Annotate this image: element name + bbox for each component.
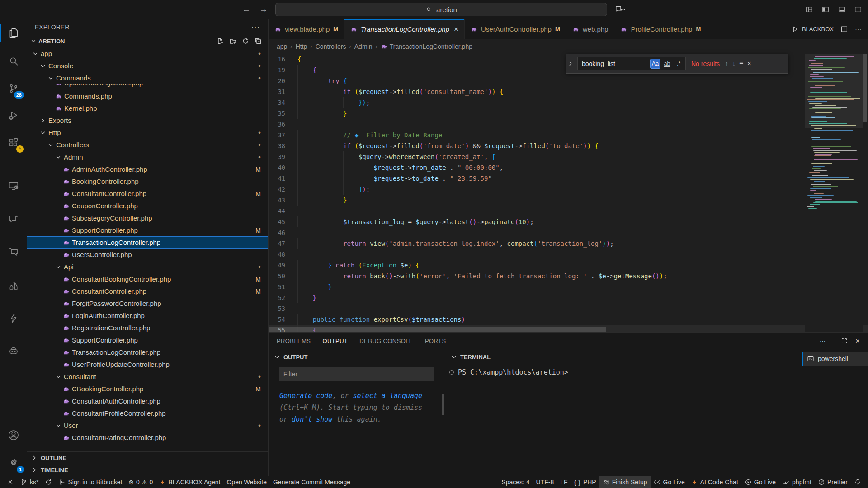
collapse-folders-icon[interactable]: [255, 38, 262, 45]
toggle-secondary-sidebar-icon[interactable]: [854, 5, 863, 14]
chat-dropdown-icon[interactable]: [613, 5, 627, 14]
whole-word-button[interactable]: ab: [662, 59, 672, 69]
back-icon[interactable]: ←: [241, 5, 252, 14]
tree-item-Commands[interactable]: Commands•: [27, 72, 268, 84]
status-ks-[interactable]: ks*: [17, 476, 42, 488]
tab-TransactionLogController.php[interactable]: TransactionLogController.php×: [344, 19, 465, 39]
code-line-37[interactable]: 37// ◆ Filter by Date Range: [269, 130, 868, 141]
new-file-icon[interactable]: [217, 38, 224, 45]
tree-item-ConsultantProfileController.php[interactable]: ConsultantProfileController.php: [27, 407, 268, 419]
match-case-button[interactable]: Aa: [650, 59, 660, 69]
code-line-44[interactable]: 44: [269, 206, 868, 216]
tree-item-Admin[interactable]: Admin•: [27, 151, 268, 163]
close-icon[interactable]: ×: [454, 25, 458, 34]
tree-item-Controllers[interactable]: Controllers•: [27, 139, 268, 151]
status-go-live[interactable]: Go Live: [741, 476, 779, 488]
explorer-more-icon[interactable]: ···: [251, 23, 260, 31]
status-blackbox-agent[interactable]: BLACKBOX Agent: [156, 476, 223, 488]
code-line-39[interactable]: 39$query->whereBetween('created_at', [: [269, 151, 868, 162]
activity-chat-sparkle-2[interactable]: [0, 243, 27, 261]
split-editor-icon[interactable]: [840, 25, 849, 33]
status-ai-code-chat[interactable]: AI Code Chat: [688, 476, 741, 488]
status-remote[interactable]: [4, 476, 17, 488]
editor-more-icon[interactable]: ···: [855, 25, 862, 33]
toggle-panel-icon[interactable]: [837, 5, 846, 14]
status-finish-setup[interactable]: Finish Setup: [599, 476, 651, 488]
tree-item-Kernel.php[interactable]: Kernel.php: [27, 102, 268, 114]
breadcrumb-item[interactable]: Controllers: [316, 43, 346, 50]
find-previous-icon[interactable]: ↑: [725, 60, 729, 67]
output-scrollbar[interactable]: [442, 394, 444, 415]
code-line-46[interactable]: 46: [269, 227, 868, 238]
activity-account[interactable]: [0, 426, 27, 444]
tree-item-LoginAuthController.php[interactable]: LoginAuthController.php: [27, 310, 268, 322]
forward-icon[interactable]: →: [258, 5, 269, 14]
status-lf[interactable]: LF: [557, 476, 571, 488]
tree-item-User[interactable]: User•: [27, 419, 268, 432]
tree-item-CBookingController.php[interactable]: CBookingController.phpM: [27, 383, 268, 395]
tree-item-TransactionLogController.php[interactable]: TransactionLogController.php: [27, 236, 268, 249]
tree-item-ForgitPasswordController.php[interactable]: ForgitPasswordController.php: [27, 297, 268, 310]
code-line-40[interactable]: 40$request->from_date . " 00:00:00",: [269, 162, 868, 173]
activity-chat-sparkle[interactable]: [0, 210, 27, 228]
command-center-search[interactable]: aretion: [275, 3, 607, 16]
project-section-header[interactable]: ARETION: [27, 35, 268, 47]
ghost-link[interactable]: don't show: [292, 415, 332, 423]
status-sync[interactable]: [42, 476, 55, 488]
activity-remote-explorer[interactable]: [0, 177, 27, 195]
chevron-down-icon[interactable]: [274, 354, 280, 360]
tree-item-SupportController.php[interactable]: SupportController.phpM: [27, 224, 268, 236]
terminal-tab-powershell[interactable]: powershell: [802, 352, 868, 366]
output-filter-input[interactable]: Filter: [279, 367, 434, 381]
tree-item-BookingController.php[interactable]: BookingController.php: [27, 175, 268, 188]
code-line-51[interactable]: 51}: [269, 282, 868, 292]
tree-item-SupportController.php[interactable]: SupportController.php: [27, 334, 268, 346]
tree-item-SubcategoryController.php[interactable]: SubcategoryController.php: [27, 212, 268, 224]
panel-tab-output[interactable]: OUTPUT: [322, 333, 348, 349]
breadcrumb-item[interactable]: TransactionLogController.php: [381, 43, 472, 50]
status-generate-commit-message[interactable]: Generate Commit Message: [270, 476, 354, 488]
tree-item-Commands.php[interactable]: Commands.php: [27, 90, 268, 102]
find-next-icon[interactable]: ↓: [732, 60, 736, 67]
code-line-41[interactable]: 41$request->to_date . " 23:59:59": [269, 173, 868, 184]
tab-view.blade.php[interactable]: view.blade.phpM: [269, 19, 344, 39]
ghost-link[interactable]: Generate code: [279, 392, 332, 400]
new-folder-icon[interactable]: [229, 38, 236, 45]
toggle-sidebar-icon[interactable]: [821, 5, 830, 14]
status-open-website[interactable]: Open Website: [223, 476, 269, 488]
tree-item-Consultant[interactable]: Consultant•: [27, 371, 268, 383]
code-line-42[interactable]: 42]);: [269, 184, 868, 195]
tree-item-app[interactable]: app•: [27, 47, 268, 60]
tree-item-ConsultantAuthController.php[interactable]: ConsultantAuthController.php: [27, 395, 268, 407]
tree-item-Api[interactable]: Api•: [27, 261, 268, 273]
code-line-34[interactable]: 34});: [269, 97, 868, 108]
tree-item-ConsultantController.php[interactable]: ConsultantController.phpM: [27, 188, 268, 200]
panel-tab-debug-console[interactable]: DEBUG CONSOLE: [359, 333, 413, 349]
code-line-36[interactable]: 36: [269, 119, 868, 130]
tree-item-TransactionLogController.php[interactable]: TransactionLogController.php: [27, 346, 268, 358]
code-line-47[interactable]: 47return view('admin.transaction-log.ind…: [269, 238, 868, 249]
code-line-20[interactable]: 20try {: [269, 75, 868, 86]
tab-web.php[interactable]: web.php: [566, 19, 615, 39]
tree-item-UserProfileUpdateController.php[interactable]: UserProfileUpdateController.php: [27, 358, 268, 371]
code-line-53[interactable]: 53: [269, 303, 868, 314]
code-line-43[interactable]: 43}: [269, 195, 868, 206]
code-line-52[interactable]: 52}: [269, 292, 868, 303]
find-in-selection-icon[interactable]: ≡: [739, 60, 743, 68]
vertical-scrollbar[interactable]: [863, 54, 868, 332]
tree-item-AdminAuthController.php[interactable]: AdminAuthController.phpM: [27, 163, 268, 175]
terminal[interactable]: PS C:\xampp\htdocs\aretion>: [445, 365, 802, 476]
minimap[interactable]: [805, 54, 863, 332]
code-line-35[interactable]: 35}: [269, 108, 868, 119]
tab-UserAuthController.php[interactable]: UserAuthController.phpM: [465, 19, 566, 39]
code-line-31[interactable]: 31if ($request->filled('consultant_name'…: [269, 86, 868, 97]
status-utf-8[interactable]: UTF-8: [533, 476, 557, 488]
tree-item-ConsultantBookingController.php[interactable]: ConsultantBookingController.phpM: [27, 273, 268, 285]
status-bell[interactable]: [851, 476, 864, 488]
code-editor[interactable]: 16{19{20try {31if ($request->filled('con…: [269, 54, 868, 332]
ghost-link[interactable]: select a language: [353, 392, 423, 400]
activity-thunder-client[interactable]: [0, 309, 27, 327]
panel-tab-ports[interactable]: PORTS: [425, 333, 446, 349]
tree-item-Exports[interactable]: Exports: [27, 114, 268, 127]
timeline-section[interactable]: TIMELINE: [27, 464, 268, 476]
